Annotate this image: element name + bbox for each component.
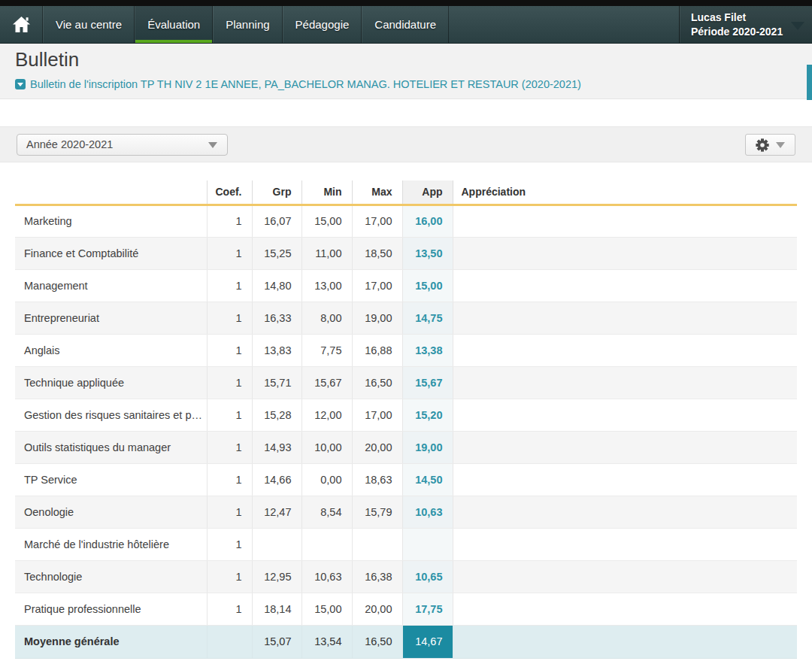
appreciation-cell <box>453 528 797 560</box>
nav-tab-label: Évaluation <box>147 18 200 31</box>
grp-cell: 13,83 <box>252 334 301 366</box>
max-cell: 16,38 <box>352 560 402 593</box>
year-select-value: Année 2020-2021 <box>26 138 113 150</box>
bulletin-page: Vie au centre Évaluation Planning Pédago… <box>0 0 812 667</box>
chevron-down-icon <box>791 22 804 30</box>
settings-button[interactable] <box>745 134 795 156</box>
min-cell: 8,54 <box>301 496 352 528</box>
app-cell: 15,20 <box>402 399 453 431</box>
max-cell: 18,63 <box>352 463 402 496</box>
dropdown-badge-icon <box>15 79 26 89</box>
coef-cell: 1 <box>207 269 252 302</box>
table-row: Marketing 1 16,07 15,00 17,00 16,00 <box>15 205 797 237</box>
coef-cell: 1 <box>207 560 252 593</box>
app-cell: 13,50 <box>402 237 453 269</box>
subject-cell: Oenologie <box>15 496 207 528</box>
nav-tab-vie-au-centre[interactable]: Vie au centre <box>43 6 135 43</box>
filter-toolbar: Année 2020-2021 <box>0 126 812 162</box>
app-cell: 19,00 <box>402 431 453 463</box>
user-period: Période 2020-2021 <box>691 25 786 39</box>
app-cell: 16,00 <box>402 205 453 237</box>
chevron-down-icon <box>776 142 785 148</box>
max-cell: 17,00 <box>352 269 402 302</box>
max-cell <box>352 528 402 560</box>
subject-cell: TP Service <box>15 463 207 496</box>
max-cell: 16,50 <box>352 366 402 399</box>
user-name: Lucas Filet <box>691 11 786 25</box>
table-row: Outils statistiques du manager 1 14,93 1… <box>15 431 797 463</box>
coef-cell: 1 <box>207 334 252 366</box>
home-tab[interactable] <box>0 6 43 43</box>
coef-cell: 1 <box>207 399 252 431</box>
min-cell: 7,75 <box>301 334 352 366</box>
table-row: TP Service 1 14,66 0,00 18,63 14,50 <box>15 463 797 496</box>
subject-cell: Technologie <box>15 560 207 593</box>
subject-cell: Gestion des risques sanitaires et p… <box>15 399 207 431</box>
app-cell: 10,63 <box>402 496 453 528</box>
app-cell: 15,67 <box>402 366 453 399</box>
appreciation-cell <box>453 496 797 528</box>
appreciation-cell <box>453 366 797 399</box>
min-cell: 13,00 <box>301 269 352 302</box>
total-label-cell: Moyenne générale <box>15 625 207 658</box>
browser-top-strip <box>0 0 812 6</box>
header-coef: Coef. <box>207 180 252 205</box>
subject-cell: Pratique professionnelle <box>15 593 207 625</box>
table-row: Finance et Comptabilité 1 15,25 11,00 18… <box>15 237 797 269</box>
page-title: Bulletin <box>15 48 79 71</box>
app-cell: 13,38 <box>402 334 453 366</box>
min-cell: 15,00 <box>301 205 352 237</box>
coef-cell: 1 <box>207 302 252 334</box>
max-cell: 20,00 <box>352 593 402 625</box>
app-cell: 17,75 <box>402 593 453 625</box>
appreciation-cell <box>453 399 797 431</box>
subject-cell: Marché de l'industrie hôtelière <box>15 528 207 560</box>
nav-tab-label: Planning <box>226 18 269 31</box>
min-cell: 0,00 <box>301 463 352 496</box>
min-cell <box>301 528 352 560</box>
max-cell: 16,88 <box>352 334 402 366</box>
gear-icon <box>756 138 769 152</box>
nav-tab-pedagogie[interactable]: Pédagogie <box>283 6 362 43</box>
subject-cell: Anglais <box>15 334 207 366</box>
appreciation-cell <box>453 237 797 269</box>
home-icon <box>12 16 31 33</box>
nav-tab-evaluation[interactable]: Évaluation <box>135 6 213 43</box>
bulletin-subtitle-link[interactable]: Bulletin de l'inscription TP TH NIV 2 1E… <box>15 78 581 90</box>
grp-cell: 12,47 <box>252 496 301 528</box>
grp-cell: 16,33 <box>252 302 301 334</box>
appreciation-cell <box>453 269 797 302</box>
nav-tab-label: Vie au centre <box>56 18 122 31</box>
coef-cell <box>207 625 252 658</box>
app-cell: 14,75 <box>402 302 453 334</box>
app-cell <box>402 528 453 560</box>
max-cell: 15,79 <box>352 496 402 528</box>
grp-cell: 15,07 <box>252 625 301 658</box>
chevron-down-icon <box>208 142 217 148</box>
min-cell: 10,00 <box>301 431 352 463</box>
max-cell: 18,50 <box>352 237 402 269</box>
appreciation-cell <box>453 593 797 625</box>
main-navigation: Vie au centre Évaluation Planning Pédago… <box>0 6 812 44</box>
nav-tab-candidature[interactable]: Candidature <box>362 6 449 43</box>
appreciation-cell <box>453 334 797 366</box>
nav-tab-planning[interactable]: Planning <box>213 6 282 43</box>
header-subject <box>15 180 207 205</box>
coef-cell: 1 <box>207 593 252 625</box>
year-select[interactable]: Année 2020-2021 <box>17 134 228 156</box>
min-cell: 8,00 <box>301 302 352 334</box>
header-grp: Grp <box>252 180 301 205</box>
table-row: Technique appliquée 1 15,71 15,67 16,50 … <box>15 366 797 399</box>
max-cell: 16,50 <box>352 625 402 658</box>
header-app: App <box>402 180 453 205</box>
appreciation-cell <box>453 302 797 334</box>
max-cell: 20,00 <box>352 431 402 463</box>
user-period-selector[interactable]: Lucas Filet Période 2020-2021 <box>679 6 812 43</box>
subject-cell: Marketing <box>15 205 207 237</box>
coef-cell: 1 <box>207 431 252 463</box>
total-row: Moyenne générale 15,07 13,54 16,50 14,67 <box>15 625 797 658</box>
subject-cell: Outils statistiques du manager <box>15 431 207 463</box>
grp-cell: 14,80 <box>252 269 301 302</box>
coef-cell: 1 <box>207 496 252 528</box>
table-row: Marché de l'industrie hôtelière 1 <box>15 528 797 560</box>
